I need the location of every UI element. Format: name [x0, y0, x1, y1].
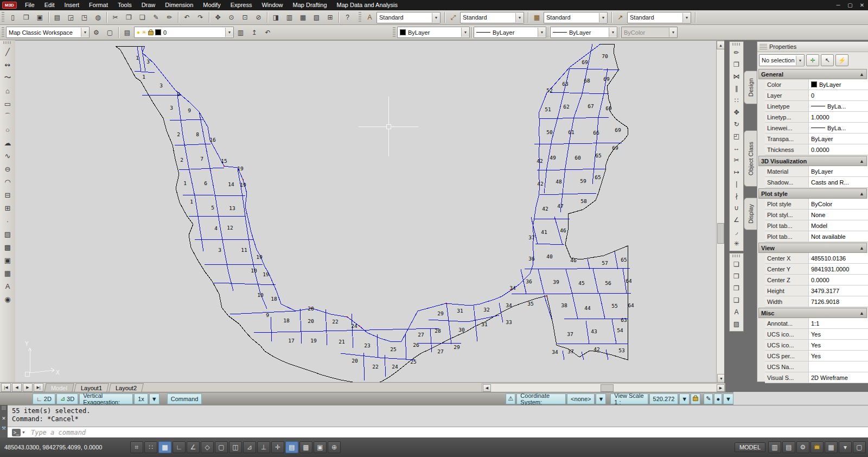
workspace-switching-gear-icon[interactable]: ⚙	[796, 441, 809, 453]
property-value[interactable]: 1:1	[809, 318, 868, 328]
scroll-right-arrow[interactable]: ▶	[717, 384, 725, 392]
parcel-line[interactable]	[405, 333, 406, 360]
menu-map-data-and-analysis[interactable]: Map Data and Analysis	[332, 0, 403, 10]
parcel-line[interactable]	[363, 353, 365, 380]
array-icon[interactable]: ∷	[730, 94, 743, 106]
hatch-to-back-icon[interactable]: ▨	[730, 318, 743, 330]
parcel-line[interactable]	[135, 71, 155, 73]
workspaces-toolbar-grip[interactable]	[2, 27, 4, 38]
table-style-icon[interactable]: ▦	[531, 11, 543, 23]
minimize-button[interactable]: ─	[832, 0, 844, 10]
chevron-down-icon[interactable]: ▼	[81, 28, 89, 37]
parcel-line[interactable]	[540, 117, 609, 119]
parcel-line[interactable]	[534, 219, 570, 219]
property-value[interactable]: ByLayer	[809, 79, 868, 90]
pan-icon[interactable]: ✥	[212, 11, 224, 23]
property-row[interactable]: Annotat...1:1	[765, 318, 868, 329]
property-row[interactable]: UCS ico...Yes	[765, 329, 868, 340]
selection-cycling-toggle[interactable]: ▣	[314, 441, 327, 453]
parcel-line[interactable]	[177, 94, 203, 251]
parcel-line[interactable]	[199, 112, 233, 291]
layout-tab-model[interactable]: Model	[44, 383, 74, 392]
object-snap-toggle[interactable]: ▢	[215, 441, 228, 453]
menu-format[interactable]: Format	[84, 0, 113, 10]
collapse-icon[interactable]: ▲	[859, 310, 864, 316]
layer-properties-manager-icon[interactable]: ▤	[121, 27, 133, 39]
app-logo-m3d[interactable]: M3D	[2, 2, 17, 9]
lineweight-display-toggle[interactable]: ▤	[285, 441, 298, 453]
parcel-line[interactable]	[238, 169, 267, 309]
send-to-back-icon[interactable]: ❒	[730, 270, 743, 282]
menu-dimension[interactable]: Dimension	[160, 0, 198, 10]
menu-map-drafting[interactable]: Map Drafting	[288, 0, 332, 10]
multiline-text-icon[interactable]: A	[1, 280, 15, 293]
parcel-line[interactable]	[586, 321, 589, 344]
snap-mode-toggle[interactable]: ⌗	[130, 441, 143, 453]
property-row[interactable]: Transpa...ByLayer	[765, 134, 868, 144]
undo-icon[interactable]: ↶	[181, 11, 193, 23]
color-combo[interactable]: ByLayer ▼	[397, 27, 470, 38]
prev-tab-button[interactable]: ◀	[12, 383, 22, 392]
menu-edit[interactable]: Edit	[40, 0, 60, 10]
hardware-acceleration-icon[interactable]: ▦	[825, 441, 838, 453]
scroll-left-arrow[interactable]: ◀	[483, 384, 491, 392]
section-header-misc[interactable]: Misc▲	[758, 308, 867, 318]
construction-line-icon[interactable]: ↭	[1, 58, 15, 71]
property-value[interactable]: ByLayer	[809, 134, 868, 144]
toggle-pickadd-button[interactable]: ✛	[806, 54, 819, 66]
3d-mode-button[interactable]: ⊿ 3D	[56, 393, 78, 404]
chevron-down-icon[interactable]: ▼	[432, 13, 440, 22]
spline-icon[interactable]: ∿	[1, 149, 15, 162]
layout-tab-layout1[interactable]: Layout1	[74, 383, 109, 392]
annotation-monitor-toggle[interactable]: ⊕	[328, 441, 341, 453]
match-properties-icon[interactable]: ✎	[150, 11, 162, 23]
property-row[interactable]: Width7126.9018	[765, 296, 868, 307]
parcel-line[interactable]	[557, 344, 628, 344]
new-file-icon[interactable]: ▯	[7, 11, 19, 23]
join-icon[interactable]: ∪	[730, 202, 743, 214]
workspace-save-icon[interactable]: ▢	[104, 27, 116, 39]
property-row[interactable]: Visual S...2D Wireframe	[765, 372, 868, 383]
menu-insert[interactable]: Insert	[60, 0, 85, 10]
parcel-line[interactable]	[300, 309, 302, 344]
break-icon[interactable]: ∤	[730, 190, 743, 202]
property-row[interactable]: Plot styleByColor	[765, 199, 868, 210]
parcel-line[interactable]	[592, 68, 608, 184]
property-row[interactable]: Linetyp...1.0000	[765, 112, 868, 123]
zoom-realtime-icon[interactable]: ⊙	[225, 11, 238, 23]
parcel-line[interactable]	[182, 195, 245, 196]
parcel-line[interactable]	[588, 259, 590, 269]
table-style-combo[interactable]: Standard▼	[544, 12, 608, 23]
hatch-icon[interactable]: ▨	[1, 227, 15, 240]
layer-previous-icon[interactable]: ↶	[261, 27, 274, 39]
section-header-3d-visualization[interactable]: 3D Visualization▲	[758, 156, 867, 166]
ellipse-icon[interactable]: ⊖	[1, 162, 15, 175]
collapse-icon[interactable]: ▲	[859, 191, 864, 196]
property-value[interactable]: Yes	[809, 340, 868, 350]
section-header-view[interactable]: View▲	[758, 243, 867, 253]
ortho-mode-toggle[interactable]: ∟	[173, 441, 186, 453]
parcel-line[interactable]	[474, 306, 477, 341]
dim-style-icon[interactable]: ⤢	[447, 11, 459, 23]
parcel-line[interactable]	[593, 269, 598, 294]
parcel-line[interactable]	[544, 295, 552, 319]
chevron-down-icon[interactable]: ▼	[461, 28, 469, 37]
layer-states-icon[interactable]: ▥	[234, 27, 247, 39]
grid-major-lines-toggle[interactable]: ▦	[158, 441, 171, 453]
rectangle-icon[interactable]: ▭	[1, 97, 15, 110]
menu-modify[interactable]: Modify	[198, 0, 225, 10]
draworder-toolbar-grip[interactable]	[732, 255, 741, 257]
property-row[interactable]: Plot tab...Not available	[765, 231, 868, 242]
layout-tab-layout2[interactable]: Layout2	[108, 383, 144, 392]
property-row[interactable]: Plot styl...None	[765, 210, 868, 220]
text-style-combo[interactable]: Standard▼	[376, 12, 441, 23]
mleader-style-icon[interactable]: ↗	[614, 11, 627, 23]
menu-draw[interactable]: Draw	[137, 0, 161, 10]
property-value[interactable]: 7126.9018	[809, 296, 868, 307]
menu-file[interactable]: File	[20, 0, 40, 10]
property-value[interactable]: Yes	[809, 351, 868, 361]
help-icon[interactable]: ?	[341, 11, 354, 23]
chevron-down-icon[interactable]: ▼	[609, 28, 617, 37]
property-value[interactable]: 485510.0136	[809, 253, 868, 263]
property-row[interactable]: Center X485510.0136	[765, 253, 868, 264]
